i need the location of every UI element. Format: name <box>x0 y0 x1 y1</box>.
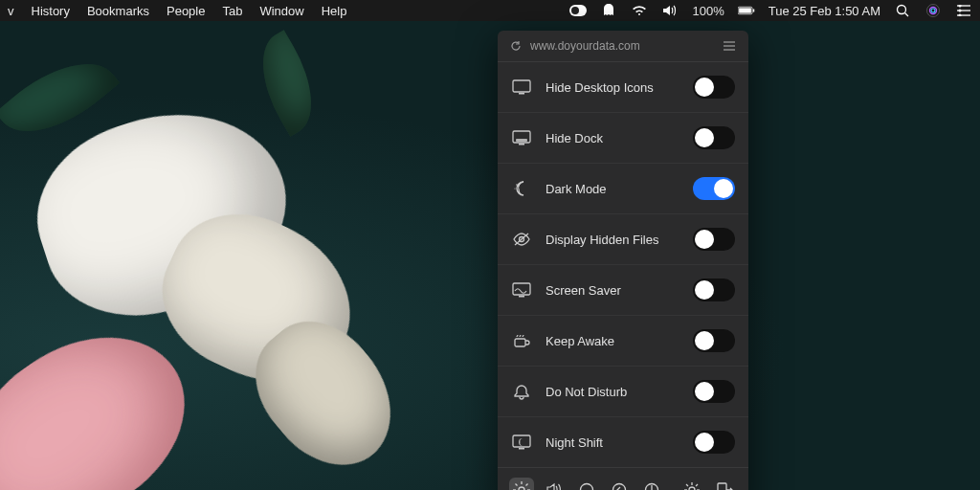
panel-header: www.doyourdata.com <box>498 31 748 62</box>
desktop-wallpaper <box>0 21 980 490</box>
toggle-row-hide-desktop-icons: Hide Desktop Icons <box>498 62 748 113</box>
menu-item-window[interactable]: Window <box>259 4 303 18</box>
toggle-screen-saver[interactable] <box>693 278 735 301</box>
menubar-right: 100% Tue 25 Feb 1:50 AM <box>569 2 972 19</box>
gear-icon[interactable] <box>679 478 704 490</box>
toggle-label: Hide Dock <box>546 131 693 145</box>
toggle-label: Screen Saver <box>546 283 693 298</box>
toggle-hide-desktop-icons[interactable] <box>693 76 735 99</box>
battery-icon[interactable] <box>738 2 755 19</box>
svg-rect-3 <box>739 8 751 12</box>
power-icon[interactable] <box>639 478 664 490</box>
toggle-display-hidden[interactable] <box>693 228 735 251</box>
eye-off-icon <box>511 231 532 248</box>
svg-point-15 <box>959 14 962 17</box>
settings-panel: www.doyourdata.com Hide Desktop IconsHid… <box>498 31 748 490</box>
brightness-icon[interactable] <box>509 478 534 490</box>
menu-item-history[interactable]: History <box>32 4 70 18</box>
menu-item[interactable]: v <box>8 4 14 18</box>
toggle-night-shift[interactable] <box>693 431 735 454</box>
svg-point-7 <box>927 5 940 17</box>
toggle-row-keep-awake: Keep Awake <box>498 316 748 367</box>
toggle-row-display-hidden: Display Hidden Files <box>498 214 748 265</box>
back-icon[interactable] <box>607 478 632 490</box>
toggle-row-hide-dock: Hide Dock <box>498 113 748 164</box>
screensaver-icon <box>511 281 532 299</box>
dock-icon <box>511 129 532 146</box>
menu-item-help[interactable]: Help <box>322 4 347 18</box>
notification-center-icon[interactable] <box>955 2 972 19</box>
menu-item-bookmarks[interactable]: Bookmarks <box>87 4 149 18</box>
menubar-left: v History Bookmarks People Tab Window He… <box>8 4 346 18</box>
toggle-hide-dock[interactable] <box>693 126 735 149</box>
toggle-row-dark-mode: Dark Mode <box>498 164 748 214</box>
toggle-label: Dark Mode <box>546 182 693 196</box>
toggle-row-screen-saver: Screen Saver <box>498 265 748 316</box>
bell-icon <box>511 383 532 400</box>
coffee-icon <box>511 332 532 349</box>
panel-footer <box>498 467 748 490</box>
toggle-label: Hide Desktop Icons <box>546 80 693 95</box>
desktop-icon <box>511 78 532 96</box>
battery-percentage: 100% <box>692 4 724 18</box>
svg-point-14 <box>959 10 962 12</box>
exit-icon[interactable] <box>712 478 737 490</box>
menu-extra-app-icon[interactable] <box>569 2 587 19</box>
circle-icon[interactable] <box>574 478 599 490</box>
svg-point-13 <box>959 5 962 8</box>
refresh-icon[interactable] <box>509 39 523 53</box>
toggle-label: Night Shift <box>546 435 693 450</box>
menubar-clock[interactable]: Tue 25 Feb 1:50 AM <box>768 4 880 18</box>
toggle-row-dnd: Do Not Disturb <box>498 367 748 417</box>
nightshift-icon <box>511 434 532 451</box>
volume-icon[interactable] <box>542 478 567 490</box>
svg-point-5 <box>898 6 906 14</box>
toggle-keep-awake[interactable] <box>693 329 735 352</box>
moon-icon <box>511 180 532 197</box>
spotlight-icon[interactable] <box>894 2 911 19</box>
menu-item-tab[interactable]: Tab <box>222 4 242 18</box>
svg-point-1 <box>571 7 579 14</box>
menu-item-people[interactable]: People <box>167 4 205 18</box>
toggle-row-night-shift: Night Shift <box>498 417 748 467</box>
svg-rect-4 <box>752 10 754 12</box>
wifi-icon[interactable] <box>631 2 648 19</box>
menu-extra-ghost-icon[interactable] <box>600 2 617 19</box>
panel-header-url[interactable]: www.doyourdata.com <box>530 39 640 53</box>
svg-line-6 <box>905 13 909 17</box>
menu-icon[interactable] <box>722 38 737 54</box>
toggle-dark-mode[interactable] <box>693 177 735 200</box>
toggle-label: Keep Awake <box>546 334 693 348</box>
toggle-label: Display Hidden Files <box>546 233 693 247</box>
toggle-label: Do Not Disturb <box>546 385 693 399</box>
volume-icon[interactable] <box>661 2 679 19</box>
siri-icon[interactable] <box>924 2 942 19</box>
toggle-dnd[interactable] <box>693 380 735 403</box>
menubar: v History Bookmarks People Tab Window He… <box>0 0 980 21</box>
